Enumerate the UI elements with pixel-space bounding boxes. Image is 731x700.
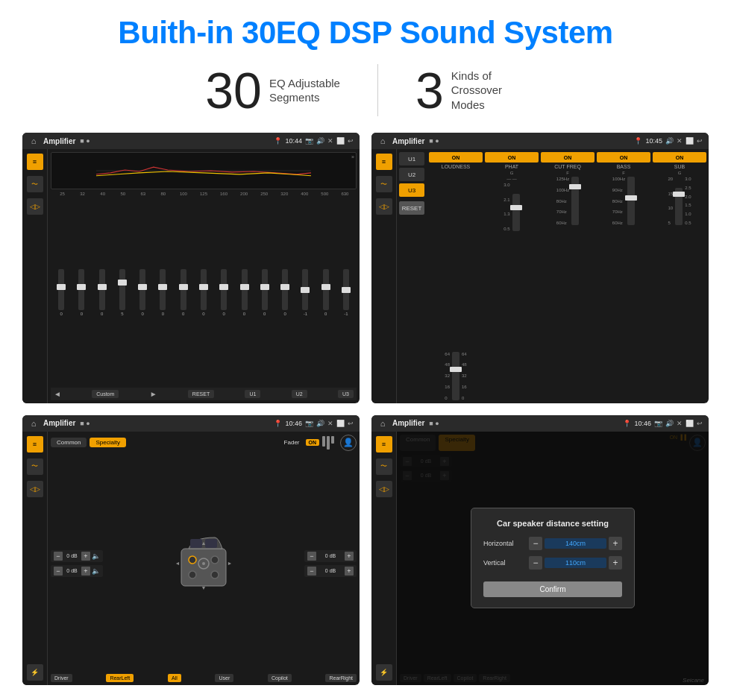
preset-custom-btn[interactable]: Custom <box>92 390 119 398</box>
speaker-icon-2[interactable]: ◁▷ <box>376 198 392 215</box>
right-front-plus[interactable]: + <box>345 552 354 561</box>
eq-number: 30 <box>205 65 262 116</box>
tab-specialty[interactable]: Specialty <box>90 438 125 447</box>
right-front-minus[interactable]: − <box>307 552 316 561</box>
eq-slider-13[interactable]: -1 <box>296 269 314 316</box>
bluetooth-icon-4[interactable]: ⚡ <box>376 664 392 681</box>
screen4-main: Common Specialty ON ▐▐ 👤 − 0 dB + <box>397 432 709 686</box>
preset-u3-active[interactable]: U3 <box>399 183 424 197</box>
driver-btn[interactable]: Driver <box>51 674 72 682</box>
u1-btn[interactable]: U1 <box>245 390 260 398</box>
loudness-on-btn[interactable]: ON <box>429 152 483 163</box>
eq-slider-11[interactable]: 0 <box>256 269 274 316</box>
phat-slider[interactable] <box>512 194 520 231</box>
left-rear-minus[interactable]: − <box>54 567 63 576</box>
horizontal-plus-btn[interactable]: + <box>609 537 622 550</box>
eq-slider-15[interactable]: -1 <box>337 269 355 316</box>
svg-text:►: ► <box>228 561 233 566</box>
vertical-minus-btn[interactable]: − <box>529 556 542 570</box>
dialog-title: Car speaker distance setting <box>483 519 622 528</box>
home-icon[interactable]: ⌂ <box>28 136 39 146</box>
wave-icon-2[interactable]: 〜 <box>376 176 392 192</box>
home-icon-4[interactable]: ⌂ <box>377 418 388 429</box>
speaker-layout: − 0 dB + 🔈 − 0 dB + 🔈 <box>51 455 357 672</box>
eq-slider-2[interactable]: 0 <box>72 269 90 316</box>
svg-rect-3 <box>205 539 217 548</box>
screen3-time: 10:46 <box>285 420 302 427</box>
svg-text:◄: ◄ <box>175 561 181 566</box>
eq-slider-4[interactable]: 5 <box>113 269 131 316</box>
rearright-btn[interactable]: RearRight <box>325 674 357 682</box>
vertical-plus-btn[interactable]: + <box>609 556 622 570</box>
screen-icon-3: ⬜ <box>336 420 345 427</box>
screen2-sidebar: ≡ 〜 ◁▷ <box>371 149 397 403</box>
left-front-minus[interactable]: − <box>54 552 63 561</box>
left-rear-plus[interactable]: + <box>81 567 90 576</box>
eq-tune-icon-4[interactable]: ≡ <box>376 436 392 453</box>
crossover-reset-btn[interactable]: RESET <box>399 201 424 215</box>
speaker-icon[interactable]: ◁▷ <box>27 198 43 215</box>
svg-text:▼: ▼ <box>201 585 207 590</box>
reset-btn[interactable]: RESET <box>188 390 214 398</box>
horizontal-value: 140cm <box>545 538 606 549</box>
bass-slider[interactable] <box>627 177 635 225</box>
page-container: Buith-in 30EQ DSP Sound System 30 EQ Adj… <box>0 0 731 700</box>
cutfreq-slider[interactable] <box>571 177 579 225</box>
channel-phat: ON PHAT G — — 3.02.11.30.5 <box>485 152 539 400</box>
bluetooth-icon[interactable]: ⚡ <box>27 664 43 681</box>
eq-slider-9[interactable]: 0 <box>215 269 233 316</box>
wave-icon[interactable]: 〜 <box>27 176 43 192</box>
home-icon-3[interactable]: ⌂ <box>28 418 39 429</box>
eq-graph: » <box>51 152 357 189</box>
u3-btn[interactable]: U3 <box>338 390 354 398</box>
eq-slider-8[interactable]: 0 <box>195 269 213 316</box>
next-arrow[interactable]: ► <box>150 390 157 398</box>
screen-crossover: ⌂ Amplifier ■ ● 📍 10:45 🔊 ✕ ⬜ ↩ ≡ 〜 ◁▷ <box>371 133 709 403</box>
rearleft-btn[interactable]: RearLeft <box>106 674 134 682</box>
eq-tune-icon-2[interactable]: ≡ <box>376 154 392 170</box>
copilot-btn[interactable]: Copilot <box>268 674 292 682</box>
crossover-channels: ON LOUDNESS 644832160 644832160 <box>427 149 709 403</box>
preset-u1[interactable]: U1 <box>399 152 424 165</box>
left-front-plus[interactable]: + <box>81 552 90 561</box>
speaker-icon-4[interactable]: ◁▷ <box>376 481 392 497</box>
fader-on-btn[interactable]: ON <box>306 439 320 446</box>
loudness-slider[interactable] <box>452 352 459 400</box>
sub-on-btn[interactable]: ON <box>653 152 706 163</box>
screen1-body: ≡ 〜 ◁▷ » 25 32 <box>22 149 360 403</box>
right-rear-minus[interactable]: − <box>307 567 316 576</box>
wave-icon-3[interactable]: 〜 <box>27 458 43 475</box>
eq-slider-3[interactable]: 0 <box>93 269 111 316</box>
crossover-presets: U1 U2 U3 RESET <box>397 149 427 403</box>
user-btn[interactable]: User <box>215 674 233 682</box>
confirm-button[interactable]: Confirm <box>483 581 622 597</box>
cutfreq-on-btn[interactable]: ON <box>541 152 594 163</box>
u2-btn[interactable]: U2 <box>292 390 307 398</box>
prev-arrow[interactable]: ◄ <box>54 390 61 398</box>
horizontal-minus-btn[interactable]: − <box>529 537 542 550</box>
eq-slider-12[interactable]: 0 <box>276 269 294 316</box>
eq-tune-icon[interactable]: ≡ <box>27 154 43 170</box>
speaker-icon-3[interactable]: ◁▷ <box>27 481 43 497</box>
all-btn[interactable]: All <box>168 674 181 682</box>
phat-on-btn[interactable]: ON <box>485 152 539 163</box>
eq-slider-5[interactable]: 0 <box>134 269 151 316</box>
person-icon[interactable]: 👤 <box>340 435 357 451</box>
screen3-body: ≡ 〜 ◁▷ ⚡ Common Specialty Fader ON <box>22 432 360 686</box>
tab-common[interactable]: Common <box>51 438 87 447</box>
preset-u2[interactable]: U2 <box>399 168 424 181</box>
screen1-main: » 25 32 40 50 63 80 100 125 160 200 250 <box>48 149 360 403</box>
right-front-db: − 0 dB + <box>304 550 357 562</box>
bass-on-btn[interactable]: ON <box>597 152 650 163</box>
right-rear-plus[interactable]: + <box>345 567 354 576</box>
sub-slider[interactable] <box>675 188 683 225</box>
eq-slider-14[interactable]: 0 <box>316 269 334 316</box>
eq-slider-6[interactable]: 0 <box>154 269 172 316</box>
eq-slider-7[interactable]: 0 <box>175 269 192 316</box>
home-icon-2[interactable]: ⌂ <box>377 136 388 146</box>
reset-area: RESET <box>397 199 427 217</box>
eq-tune-icon-3[interactable]: ≡ <box>27 436 43 453</box>
eq-slider-1[interactable]: 0 <box>52 269 70 316</box>
wave-icon-4[interactable]: 〜 <box>376 458 392 475</box>
eq-slider-10[interactable]: 0 <box>235 269 253 316</box>
